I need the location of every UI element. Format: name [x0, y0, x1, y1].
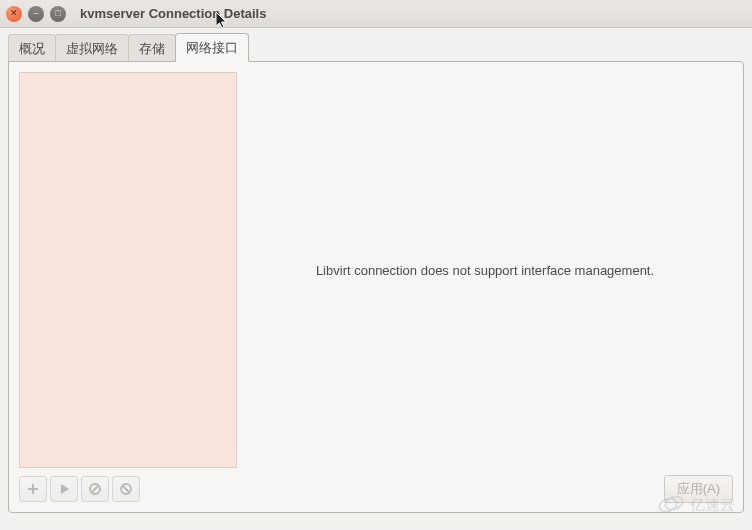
tab-content: Libvirt connection does not support inte…	[8, 61, 744, 513]
toolbar-left	[19, 476, 140, 502]
close-button[interactable]: ✕	[6, 6, 22, 22]
tab-network-interfaces[interactable]: 网络接口	[175, 33, 249, 62]
content-body: Libvirt connection does not support inte…	[19, 72, 733, 468]
interface-list-panel[interactable]	[19, 72, 237, 468]
svg-line-1	[92, 486, 98, 492]
stop-icon	[88, 482, 102, 496]
add-button	[19, 476, 47, 502]
window-controls: ✕ – □	[6, 6, 66, 22]
forbidden-icon	[119, 482, 133, 496]
tab-storage[interactable]: 存储	[128, 34, 176, 62]
stop-button	[81, 476, 109, 502]
delete-button	[112, 476, 140, 502]
bottom-toolbar: 应用(A)	[19, 474, 733, 504]
tab-virtual-networks[interactable]: 虚拟网络	[55, 34, 129, 62]
tab-overview[interactable]: 概况	[8, 34, 56, 62]
start-button	[50, 476, 78, 502]
titlebar: ✕ – □ kvmserver Connection Details	[0, 0, 752, 28]
status-message: Libvirt connection does not support inte…	[237, 72, 733, 468]
window-title: kvmserver Connection Details	[80, 6, 266, 21]
minimize-button[interactable]: –	[28, 6, 44, 22]
svg-line-3	[123, 486, 130, 493]
play-icon	[57, 482, 71, 496]
apply-button: 应用(A)	[664, 475, 733, 503]
tabs: 概况 虚拟网络 存储 网络接口	[0, 28, 752, 62]
maximize-button[interactable]: □	[50, 6, 66, 22]
plus-icon	[26, 482, 40, 496]
